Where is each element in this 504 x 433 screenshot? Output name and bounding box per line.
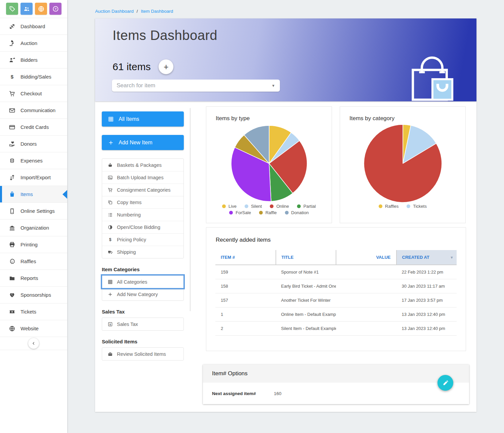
sidebar-collapse-button[interactable] [28, 338, 39, 349]
column-header-created-at[interactable]: CREATED AT ▼ [396, 250, 457, 265]
tool-item-label: Numbering [117, 212, 141, 218]
legend-dot-icon [379, 204, 382, 208]
dollar-icon: $ [108, 237, 113, 242]
sidebar-item-communication[interactable]: Communication [0, 102, 67, 118]
legend-entry-donation[interactable]: Donation [285, 210, 309, 215]
sidebar-item-checkout[interactable]: Checkout [0, 85, 67, 102]
copy-icon [108, 200, 113, 205]
legend-entry-partial[interactable]: Partial [297, 204, 316, 209]
sidebar-item-label: Items [20, 191, 33, 197]
tool-item-sales-tax[interactable]: $ Sales Tax [102, 318, 183, 330]
legend-entry-raffle[interactable]: Raffle [259, 210, 277, 215]
sidebar-item-expenses[interactable]: Expenses [0, 152, 67, 169]
breadcrumb-item-dashboard[interactable]: Item Dashboard [141, 9, 173, 14]
sidebar-item-bidding-sales[interactable]: $ Bidding/Sales [0, 68, 67, 85]
tool-item-all-categories[interactable]: All Categories [102, 276, 183, 288]
cell-title: Sponsor of Note #1 [276, 265, 336, 279]
legend-entry-live[interactable]: Live [222, 204, 237, 209]
topbar-help-button[interactable]: ? [49, 3, 61, 15]
image-icon [108, 175, 113, 180]
sidebar-item-website[interactable]: Website [0, 320, 67, 337]
section-heading: Solicited Items [102, 339, 191, 344]
cell-item: 1 [215, 307, 276, 322]
search-input[interactable] [117, 82, 271, 89]
sidebar-item-tickets[interactable]: Tickets [0, 303, 67, 320]
tool-item-review-solicited-items[interactable]: Review Solicited Items [102, 348, 183, 360]
sidebar-item-label: Bidders [20, 57, 38, 63]
tool-item-shipping[interactable]: Shipping [102, 246, 183, 258]
sidebar-item-label: Sponsorships [20, 292, 51, 298]
cell-created-at: 30 Jan 2023 11:17 am [396, 279, 457, 293]
tool-item-pricing-policy[interactable]: $ Pricing Policy [102, 233, 183, 246]
envelope-icon [9, 107, 15, 114]
bank-icon [9, 225, 15, 231]
globe-icon [38, 5, 45, 12]
sidebar-item-organization[interactable]: Organization [0, 219, 67, 236]
sidebar-item-label: Import/Export [20, 175, 51, 180]
legend-dot-icon [245, 204, 248, 208]
sidebar-item-dashboard[interactable]: Dashboard [0, 18, 67, 35]
legend-entry-raffles[interactable]: Raffles [379, 204, 398, 209]
users-icon [23, 5, 30, 12]
topbar-quick-buttons: ? [0, 0, 67, 18]
legend-label: Silent [251, 204, 262, 209]
table-row[interactable]: 159Sponsor of Note #122 Feb 2023 1:22 pm [215, 265, 457, 279]
svg-text:$: $ [11, 74, 14, 80]
add-item-button[interactable]: + [159, 59, 173, 74]
topbar-globe-button[interactable] [35, 3, 47, 15]
items-by-category-chart-card: Items by category Raffles Tickets [340, 106, 466, 223]
legend-entry-forsale[interactable]: ForSale [229, 210, 251, 215]
sidebar-item-reports[interactable]: Reports [0, 270, 67, 286]
column-header-item[interactable]: ITEM # [215, 250, 276, 265]
item-search-box: ▼ [112, 80, 280, 92]
column-header-value[interactable]: VALUE [336, 250, 396, 265]
tax-icon: $ [108, 322, 113, 327]
tool-item-label: Pricing Policy [117, 237, 146, 242]
column-header-title[interactable]: TITLE [276, 250, 336, 265]
items-by-type-pie[interactable] [227, 123, 311, 202]
sidebar-item-raffles[interactable]: Raffles [0, 253, 67, 270]
sidebar-item-import-export[interactable]: Import/Export [0, 169, 67, 186]
tool-item-consignment-categories[interactable]: Consignment Categories [102, 184, 183, 196]
legend-entry-silent[interactable]: Silent [245, 204, 262, 209]
legend-dot-icon [407, 204, 410, 208]
add-new-item-button[interactable]: Add New Item [102, 135, 184, 150]
table-row[interactable]: 157Another Ticket For Winter17 Jan 2023 … [215, 293, 457, 307]
topbar-tag-button[interactable] [6, 3, 18, 15]
search-dropdown-caret[interactable]: ▼ [271, 84, 275, 88]
plus-icon [108, 140, 114, 146]
table-row[interactable]: 1Online Item - Default Example13 Jan 202… [215, 307, 457, 322]
sidebar-item-bidders[interactable]: Bidders [0, 51, 67, 68]
tool-item-open-close-bidding[interactable]: Open/Close Bidding [102, 221, 183, 233]
sidebar-item-auction[interactable]: Auction [0, 35, 67, 51]
topbar-users-button[interactable] [20, 3, 33, 15]
tool-item-copy-items[interactable]: Copy Items [102, 196, 183, 208]
tool-item-label: Review Solicited Items [117, 351, 166, 357]
tool-item-baskets-packages[interactable]: Baskets & Packages [102, 159, 183, 171]
tool-item-numbering[interactable]: Numbering [102, 208, 183, 221]
legend-entry-online[interactable]: Online [270, 204, 289, 209]
grid-icon [108, 279, 113, 285]
tool-item-add-new-category[interactable]: Add New Category [102, 288, 183, 300]
sidebar-item-credit-cards[interactable]: Credit Cards [0, 118, 67, 135]
gavel-icon [9, 40, 15, 47]
table-row[interactable]: 158Early Bird Ticket - Admit One30 Jan 2… [215, 279, 457, 293]
tool-item-batch-upload-images[interactable]: Batch Upload Images [102, 171, 183, 184]
sidebar-item-donors[interactable]: Donors [0, 135, 67, 152]
sidebar-item-sponsorships[interactable]: Sponsorships [0, 286, 67, 303]
chart-title: Items by category [349, 115, 465, 122]
items-by-category-pie[interactable] [361, 123, 445, 202]
edit-item-options-button[interactable] [437, 375, 453, 391]
table-row[interactable]: 2Silent Item - Default Example13 Jan 202… [215, 322, 457, 336]
all-items-button[interactable]: All Items [102, 111, 184, 127]
breadcrumb-auction-dashboard[interactable]: Auction Dashboard [95, 9, 134, 14]
tool-item-label: All Categories [117, 279, 147, 285]
legend-label: Live [228, 204, 237, 209]
sidebar-item-online-settings[interactable]: Online Settings [0, 202, 67, 219]
tool-item-label: Shipping [117, 249, 136, 255]
sidebar-item-printing[interactable]: Printing [0, 236, 67, 253]
legend-entry-tickets[interactable]: Tickets [407, 204, 427, 209]
legend-dot-icon [229, 211, 233, 214]
sidebar-item-items[interactable]: Items [0, 186, 67, 202]
tool-item-label: Open/Close Bidding [117, 225, 160, 230]
